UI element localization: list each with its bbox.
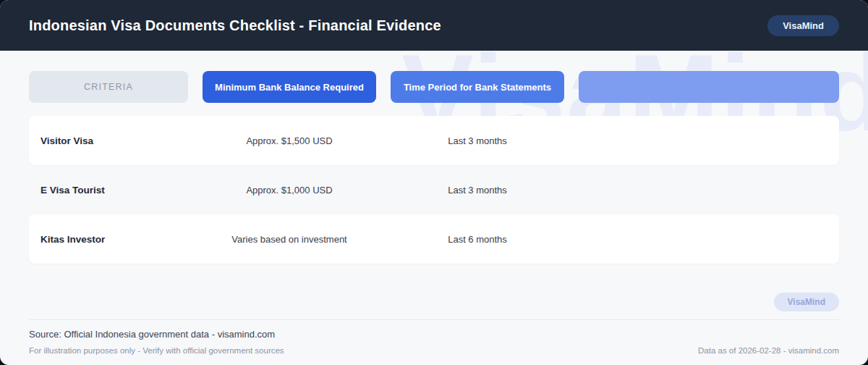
row-criteria-label: E Visa Tourist: [29, 185, 188, 196]
fineprint-row: For illustration purposes only - Verify …: [29, 346, 839, 355]
table-row: Kitas InvestorVaries based on investment…: [29, 214, 839, 264]
footer-brand-badge[interactable]: VisaMind: [774, 293, 839, 311]
row-criteria-label: Visitor Visa: [29, 135, 188, 146]
column-header-row: CRITERIAMinimum Bank Balance RequiredTim…: [29, 71, 839, 103]
row-criteria-label: Kitas Investor: [29, 234, 188, 245]
app-header: Indonesian Visa Documents Checklist - Fi…: [0, 0, 868, 51]
row-value-cell: Approx. $1,500 USD: [203, 135, 376, 146]
disclaimer-text: For illustration purposes only - Verify …: [29, 346, 284, 355]
row-value-cell: Approx. $1,000 USD: [203, 185, 376, 196]
content-area: VisaMind CRITERIAMinimum Bank Balance Re…: [0, 51, 868, 365]
table-body: Visitor VisaApprox. $1,500 USDLast 3 mon…: [0, 116, 868, 264]
table-row: E Visa TouristApprox. $1,000 USDLast 3 m…: [29, 165, 839, 214]
page-title: Indonesian Visa Documents Checklist - Fi…: [29, 17, 441, 34]
footer-badge-row: VisaMind: [29, 293, 839, 311]
footer-divider: [29, 319, 839, 320]
column-header-criteria[interactable]: CRITERIA: [29, 71, 188, 103]
column-header-minimum-bank-balance-required[interactable]: Minimum Bank Balance Required: [203, 71, 376, 103]
data-as-of-text: Data as of 2026-02-28 - visamind.com: [698, 346, 839, 355]
source-text: Source: Official Indonesia government da…: [29, 329, 839, 340]
row-value-cell: Varies based on investment: [203, 234, 376, 245]
column-header-time-period-for-bank-statements[interactable]: Time Period for Bank Statements: [391, 71, 564, 103]
row-value-cell: Last 6 months: [391, 234, 564, 245]
page: Indonesian Visa Documents Checklist - Fi…: [0, 0, 868, 365]
table-row: Visitor VisaApprox. $1,500 USDLast 3 mon…: [29, 116, 839, 165]
row-value-cell: Last 3 months: [391, 135, 564, 146]
column-header-blank[interactable]: [579, 71, 839, 103]
brand-badge[interactable]: VisaMind: [767, 15, 839, 36]
row-value-cell: Last 3 months: [391, 185, 564, 196]
